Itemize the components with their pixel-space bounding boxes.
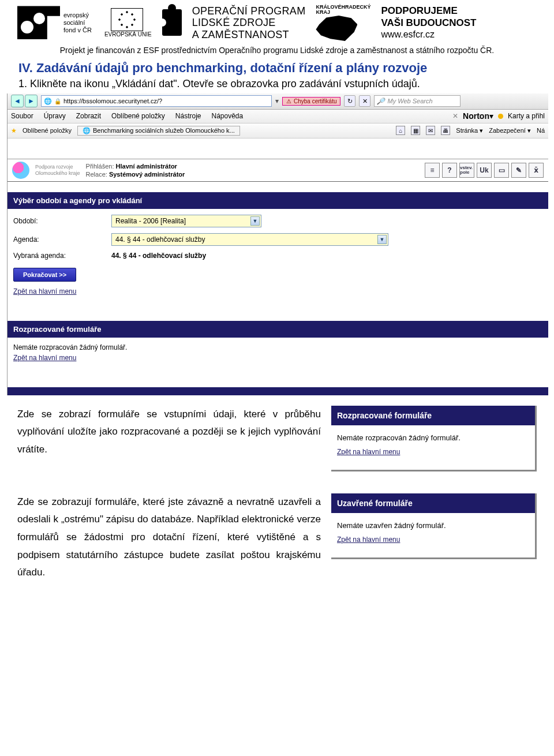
support-www: www.esfcr.cz: [381, 29, 476, 40]
drafts-panel-message: Nemáte rozpracován žádný formulář.: [337, 433, 529, 442]
list-icon[interactable]: ≡: [425, 163, 440, 178]
selected-agenda-label: Vybraná agenda:: [13, 252, 111, 260]
support-line-2: VAŠI BUDOUCNOST: [381, 17, 476, 29]
app-logo-sub: Podpora rozvoje Olomouckého kraje: [35, 164, 80, 177]
ie-refresh-button[interactable]: ↻: [344, 95, 355, 107]
support-line-1: PODPORUJEME: [381, 5, 476, 17]
print-icon[interactable]: 🖶: [441, 126, 450, 135]
mail-icon[interactable]: ✉: [426, 126, 435, 135]
period-select-value: Realita - 2006 [Realita]: [115, 217, 186, 225]
drafts-panel: Rozpracované formuláře Nemáte rozpracová…: [331, 406, 537, 471]
eu-flag-icon: [111, 8, 143, 31]
ie-favorites-bar: ★ Oblíbené položky 🌐 Benchmarking sociál…: [8, 123, 548, 139]
warning-icon: ⚠: [286, 98, 291, 104]
support-slogan: PODPORUJEME VAŠI BUDOUCNOST www.esfcr.cz: [381, 5, 476, 40]
search-icon: 🔎: [377, 98, 385, 105]
app-header-row: Podpora rozvoje Olomouckého kraje Přihlá…: [8, 159, 548, 182]
period-label: Období:: [13, 217, 111, 225]
ie-menu-bar: Soubor Úpravy Zobrazit Oblíbené položky …: [8, 110, 548, 123]
section-heading: IV. Zadávání údajů pro benchmarking, dot…: [0, 58, 554, 77]
sponsor-logo-strip: evropský sociální fond v ČR EVROPSKÁ UNI…: [0, 0, 554, 43]
drafts-empty-message: Nemáte rozpracován žádný formulář.: [8, 338, 548, 354]
cert-error-text: Chyba certifikátu: [294, 98, 336, 104]
esf-label: evropský sociální fond v ČR: [63, 12, 92, 33]
selected-agenda-value: 44. § 44 - odlehčovací služby: [111, 252, 206, 260]
input-fields-icon[interactable]: vstev. pole: [459, 163, 474, 178]
edit-icon[interactable]: ✎: [511, 163, 526, 178]
closed-explanation-text: Zde se zobrazují formuláře, které jste z…: [17, 493, 321, 582]
drafts-explanation-text: Zde se zobrazí formuláře se vstupními úd…: [17, 406, 321, 459]
op-line-3: A ZAMĚSTNANOST: [192, 29, 306, 40]
window-icon[interactable]: ▭: [494, 163, 509, 178]
esf-label-3: fond v ČR: [63, 27, 92, 34]
ie-tools-menu[interactable]: Ná: [537, 127, 545, 134]
norton-toolbar-label[interactable]: Norton▾: [463, 111, 493, 121]
eu-label: EVROPSKÁ UNIE: [104, 31, 152, 38]
ie-address-bar: ◄ ► 🌐 🔒 https://bssolomouc.securitynet.c…: [8, 93, 548, 110]
continue-button[interactable]: Pokračovat >>: [13, 268, 76, 282]
ie-forward-button[interactable]: ►: [25, 95, 38, 107]
page-cert-icon: 🌐: [44, 98, 52, 105]
feeds-icon[interactable]: ▦: [411, 126, 420, 135]
period-select[interactable]: Realita - 2006 [Realita] ▼: [111, 215, 261, 227]
back-to-main-link[interactable]: Zpět na hlavní menu: [337, 448, 400, 456]
login-info: Přihlášen: Hlavní administrátor Relace: …: [86, 162, 185, 179]
ie-page-menu[interactable]: Stránka ▾: [456, 127, 483, 134]
ie-url-text: https://bssolomouc.securitynet.cz/?: [63, 98, 162, 104]
funding-statement: Projekt je financován z ESF prostřednict…: [0, 43, 554, 58]
ie-menu-item[interactable]: Úpravy: [44, 112, 66, 120]
lock-icon: 🔒: [54, 98, 61, 104]
back-to-main-link[interactable]: Zpět na hlavní menu: [13, 354, 76, 362]
favorites-label[interactable]: Oblíbené položky: [23, 127, 72, 134]
section-closed-title-truncated: [8, 387, 548, 395]
drafts-panel-title: Rozpracované formuláře: [331, 406, 535, 425]
ie-back-button[interactable]: ◄: [11, 95, 24, 107]
eu-logo: EVROPSKÁ UNIE: [102, 8, 152, 38]
ie-stop-button[interactable]: ✕: [359, 95, 370, 107]
chevron-down-icon: ▼: [250, 216, 260, 226]
ie-menu-item[interactable]: Zobrazit: [76, 112, 101, 120]
ie-menu-item[interactable]: Oblíbené položky: [111, 112, 165, 120]
op-line-1: OPERAČNÍ PROGRAM: [192, 5, 306, 17]
closed-panel-title: Uzavřené formuláře: [331, 493, 535, 513]
back-to-main-link[interactable]: Zpět na hlavní menu: [337, 536, 400, 544]
ie-url-field[interactable]: 🌐 🔒 https://bssolomouc.securitynet.cz/?: [41, 95, 272, 107]
back-to-main-link[interactable]: Zpět na hlavní menu: [13, 287, 76, 295]
home-icon[interactable]: ⌂: [396, 126, 405, 135]
ie-nav-arrows: ◄ ►: [11, 95, 38, 107]
region-label-2: KRAJ: [316, 10, 370, 15]
ie-search-placeholder: My Web Search: [387, 98, 432, 104]
ie-menu-item[interactable]: Nápověda: [212, 112, 244, 120]
ie-security-menu[interactable]: Zabezpečení ▾: [489, 127, 531, 134]
explanation-pair-drafts: Zde se zobrazí formuláře se vstupními úd…: [0, 395, 554, 474]
ie-tab-title: Benchmarking sociálních služeb Olomoucké…: [93, 127, 235, 134]
agenda-label: Agenda:: [13, 235, 111, 244]
app-logo-icon: [12, 162, 29, 179]
stats-icon[interactable]: x̄: [529, 163, 544, 178]
norton-cards-link[interactable]: Karty a přihl: [508, 112, 545, 120]
certificate-error-badge[interactable]: ⚠ Chyba certifikátu: [282, 97, 340, 106]
region-shape-icon: [316, 16, 357, 41]
agenda-select-value: 44. § 44 - odlehčovací služby: [115, 235, 205, 244]
operational-program-title: OPERAČNÍ PROGRAM LIDSKÉ ZDROJE A ZAMĚSTN…: [192, 5, 306, 40]
agenda-select[interactable]: 44. § 44 - odlehčovací služby ▼: [111, 233, 388, 246]
indicators-icon[interactable]: Uk: [477, 163, 492, 178]
ie-menu-item[interactable]: Soubor: [11, 112, 33, 120]
norton-status-icon: [498, 114, 503, 119]
ie-search-box[interactable]: 🔎 My Web Search: [374, 95, 461, 107]
ie-tab[interactable]: 🌐 Benchmarking sociálních služeb Olomouc…: [77, 126, 240, 136]
region-logo: KRÁLOVÉHRADECKÝ KRAJ: [316, 5, 370, 41]
esf-label-2: sociální: [63, 19, 92, 27]
section-period-agenda-title: Výběr období a agendy pro vkládání: [8, 192, 548, 209]
screenshot-main: ◄ ► 🌐 🔒 https://bssolomouc.securitynet.c…: [7, 93, 548, 395]
instruction-step-1: 1. Klikněte na ikonu „Vkládání dat". Ote…: [0, 77, 554, 93]
period-agenda-form: Období: Realita - 2006 [Realita] ▼ Agend…: [8, 209, 548, 304]
star-icon: ★: [11, 127, 17, 134]
esf-icon: [17, 6, 60, 39]
op-line-2: LIDSKÉ ZDROJE: [192, 17, 306, 28]
help-icon[interactable]: ?: [442, 163, 457, 178]
chevron-down-icon: ▼: [377, 235, 387, 244]
esf-logo: evropský sociální fond v ČR: [17, 6, 92, 39]
section-drafts-title: Rozpracované formuláře: [8, 321, 548, 338]
ie-menu-item[interactable]: Nástroje: [175, 112, 201, 120]
